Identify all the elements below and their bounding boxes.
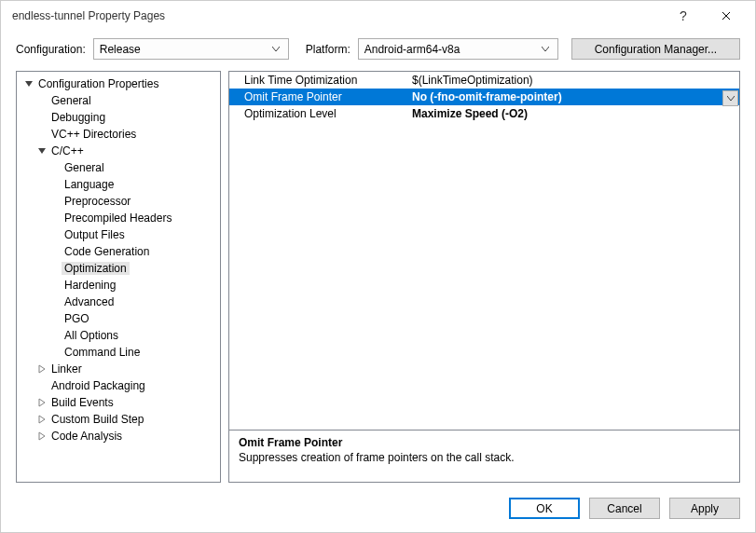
description-pane: Omit Frame Pointer Suppresses creation o… <box>229 430 739 482</box>
tree-item-cpp-optimization[interactable]: Optimization <box>17 260 220 277</box>
tree-item-cpp-command-line[interactable]: Command Line <box>17 344 220 361</box>
tree-item-custom-build-step[interactable]: Custom Build Step <box>17 411 220 428</box>
tree-item-linker[interactable]: Linker <box>17 361 220 377</box>
description-title: Omit Frame Pointer <box>239 436 730 449</box>
chevron-right-icon <box>35 415 48 424</box>
tree-item-general[interactable]: General <box>17 92 220 109</box>
tree-item-cpp-language[interactable]: Language <box>17 176 220 193</box>
footer: OK Cancel Apply <box>1 490 755 532</box>
prop-value: $(LinkTimeOptimization) <box>406 74 739 87</box>
body: Configuration Properties General Debuggi… <box>1 71 755 490</box>
close-button[interactable] <box>705 1 748 31</box>
cancel-button[interactable]: Cancel <box>589 498 660 519</box>
tree-item-code-analysis[interactable]: Code Analysis <box>17 428 220 444</box>
window-title: endless-tunnel Property Pages <box>12 9 662 22</box>
chevron-down-icon <box>268 39 284 59</box>
chevron-down-icon <box>538 39 554 59</box>
config-row: Configuration: Release Platform: Android… <box>1 31 755 71</box>
prop-value: Maximize Speed (-O2) <box>406 107 739 120</box>
prop-row-omit-frame-pointer[interactable]: Omit Frame Pointer No (-fno-omit-frame-p… <box>229 89 739 105</box>
tree-pane[interactable]: Configuration Properties General Debuggi… <box>16 71 221 483</box>
tree-item-cpp[interactable]: C/C++ <box>17 143 220 159</box>
ok-button[interactable]: OK <box>509 498 580 519</box>
property-pages-window: endless-tunnel Property Pages ? Configur… <box>0 0 756 533</box>
chevron-down-icon[interactable] <box>722 90 738 106</box>
titlebar: endless-tunnel Property Pages ? <box>1 1 755 31</box>
configuration-value: Release <box>100 43 268 56</box>
tree-item-cpp-all-options[interactable]: All Options <box>17 327 220 344</box>
configuration-manager-button[interactable]: Configuration Manager... <box>571 38 740 60</box>
apply-button[interactable]: Apply <box>669 498 740 519</box>
prop-name: Omit Frame Pointer <box>229 90 406 103</box>
tree-item-cpp-pgo[interactable]: PGO <box>17 310 220 327</box>
help-button[interactable]: ? <box>662 1 705 31</box>
description-body: Suppresses creation of frame pointers on… <box>239 451 730 464</box>
tree-item-cpp-output[interactable]: Output Files <box>17 226 220 243</box>
tree-item-cpp-codegen[interactable]: Code Generation <box>17 243 220 260</box>
prop-name: Optimization Level <box>229 107 406 120</box>
tree-item-cpp-pch[interactable]: Precompiled Headers <box>17 210 220 226</box>
platform-label: Platform: <box>306 43 351 56</box>
configuration-dropdown[interactable]: Release <box>93 38 289 60</box>
prop-name: Link Time Optimization <box>229 74 406 87</box>
tree-item-cpp-general[interactable]: General <box>17 159 220 176</box>
tree-item-build-events[interactable]: Build Events <box>17 394 220 411</box>
prop-value: No (-fno-omit-frame-pointer) <box>406 90 739 103</box>
close-icon <box>722 11 731 20</box>
tree-item-cpp-advanced[interactable]: Advanced <box>17 294 220 310</box>
tree-item-vcpp-dirs[interactable]: VC++ Directories <box>17 126 220 143</box>
tree-item-android-packaging[interactable]: Android Packaging <box>17 377 220 394</box>
property-grid-pane: Link Time Optimization $(LinkTimeOptimiz… <box>228 71 740 483</box>
chevron-right-icon <box>35 431 48 441</box>
prop-row-lto[interactable]: Link Time Optimization $(LinkTimeOptimiz… <box>229 72 739 89</box>
chevron-right-icon <box>35 398 48 407</box>
platform-dropdown[interactable]: Android-arm64-v8a <box>358 38 558 60</box>
prop-row-optimization-level[interactable]: Optimization Level Maximize Speed (-O2) <box>229 105 739 122</box>
chevron-right-icon <box>35 364 48 374</box>
property-grid[interactable]: Link Time Optimization $(LinkTimeOptimiz… <box>229 72 739 430</box>
tree-item-debugging[interactable]: Debugging <box>17 109 220 126</box>
chevron-down-icon <box>22 79 35 89</box>
configuration-label: Configuration: <box>16 43 86 56</box>
tree-item-cpp-hardening[interactable]: Hardening <box>17 277 220 294</box>
tree-root-config-props[interactable]: Configuration Properties <box>17 75 220 92</box>
platform-value: Android-arm64-v8a <box>364 43 538 56</box>
chevron-down-icon <box>35 146 48 156</box>
tree-item-cpp-preprocessor[interactable]: Preprocessor <box>17 193 220 210</box>
